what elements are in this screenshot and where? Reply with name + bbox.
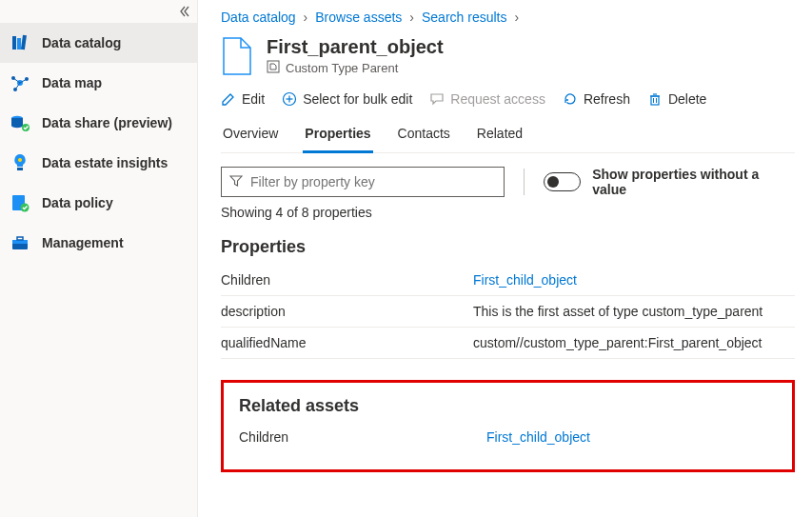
svg-rect-18 bbox=[17, 237, 23, 240]
related-value: First_child_object bbox=[486, 429, 590, 445]
breadcrumb: Data catalog › Browse assets › Search re… bbox=[221, 10, 795, 25]
show-empty-toggle[interactable] bbox=[544, 172, 582, 191]
toolbox-icon bbox=[10, 232, 30, 253]
property-key: Children bbox=[221, 272, 473, 288]
toggle-label: Show properties without a value bbox=[592, 167, 795, 197]
properties-heading: Properties bbox=[221, 237, 795, 257]
sidebar-item-label: Data policy bbox=[42, 195, 113, 210]
sidebar-item-data-map[interactable]: Data map bbox=[0, 63, 197, 103]
document-icon bbox=[221, 36, 253, 76]
sidebar-item-data-policy[interactable]: Data policy bbox=[0, 183, 197, 223]
filter-input-wrapper[interactable] bbox=[221, 167, 505, 197]
property-value: custom//custom_type_parent:First_parent_… bbox=[473, 335, 795, 350]
breadcrumb-link[interactable]: Search results bbox=[422, 10, 506, 25]
property-key: qualifiedName bbox=[221, 335, 473, 350]
chevron-right-icon: › bbox=[304, 10, 308, 25]
trash-icon bbox=[647, 91, 663, 107]
plus-circle-icon bbox=[282, 91, 297, 107]
tab-related[interactable]: Related bbox=[475, 118, 525, 152]
sidebar-item-label: Data share (preview) bbox=[42, 115, 172, 130]
svg-rect-1 bbox=[17, 38, 21, 50]
svg-rect-12 bbox=[17, 168, 23, 170]
filter-input[interactable] bbox=[250, 174, 496, 189]
sidebar-item-management[interactable]: Management bbox=[0, 223, 197, 263]
request-access-button: Request access bbox=[429, 91, 545, 107]
main-content: Data catalog › Browse assets › Search re… bbox=[198, 0, 812, 517]
chevron-right-icon: › bbox=[409, 10, 414, 25]
pencil-icon bbox=[221, 91, 236, 107]
filter-icon bbox=[229, 174, 243, 190]
tabs: Overview Properties Contacts Related bbox=[221, 118, 795, 153]
breadcrumb-link[interactable]: Data catalog bbox=[221, 10, 296, 25]
chat-icon bbox=[429, 91, 445, 107]
svg-rect-2 bbox=[21, 35, 27, 50]
property-row: Children First_child_object bbox=[221, 265, 795, 296]
chevron-right-icon: › bbox=[514, 10, 519, 25]
page-title: First_parent_object bbox=[267, 36, 444, 58]
vertical-divider bbox=[524, 169, 525, 195]
refresh-button[interactable]: Refresh bbox=[563, 91, 630, 107]
sidebar: Data catalog Data map Data share (previe… bbox=[0, 0, 198, 517]
breadcrumb-link[interactable]: Browse assets bbox=[315, 10, 402, 25]
property-key: description bbox=[221, 304, 473, 319]
sidebar-item-label: Data catalog bbox=[42, 35, 121, 50]
database-share-icon bbox=[10, 112, 30, 133]
property-link[interactable]: First_child_object bbox=[473, 272, 577, 288]
tab-contacts[interactable]: Contacts bbox=[396, 118, 452, 152]
svg-rect-19 bbox=[267, 61, 279, 72]
sidebar-collapse-button[interactable] bbox=[176, 4, 191, 22]
sidebar-item-label: Data map bbox=[42, 75, 102, 90]
related-key: Children bbox=[239, 429, 486, 445]
books-icon bbox=[10, 32, 30, 53]
sidebar-item-label: Data estate insights bbox=[42, 155, 168, 170]
svg-rect-0 bbox=[12, 36, 16, 50]
related-assets-highlight: Related assets Children First_child_obje… bbox=[221, 380, 795, 472]
asset-subtype: Custom Type Parent bbox=[286, 61, 398, 75]
delete-button[interactable]: Delete bbox=[647, 91, 706, 107]
refresh-icon bbox=[563, 91, 578, 107]
showing-count: Showing 4 of 8 properties bbox=[221, 205, 795, 220]
edit-button[interactable]: Edit bbox=[221, 91, 265, 107]
related-assets-heading: Related assets bbox=[239, 396, 777, 416]
lightbulb-icon bbox=[10, 152, 30, 173]
policy-icon bbox=[10, 192, 30, 213]
property-row: qualifiedName custom//custom_type_parent… bbox=[221, 328, 795, 359]
property-value: First_child_object bbox=[473, 272, 795, 288]
atom-icon bbox=[10, 72, 30, 93]
tab-overview[interactable]: Overview bbox=[221, 118, 280, 152]
svg-point-13 bbox=[18, 158, 22, 162]
sidebar-item-data-estate-insights[interactable]: Data estate insights bbox=[0, 143, 197, 183]
tab-properties[interactable]: Properties bbox=[303, 118, 372, 153]
sidebar-item-data-share[interactable]: Data share (preview) bbox=[0, 103, 197, 143]
property-value: This is the first asset of type custom_t… bbox=[473, 304, 795, 319]
svg-rect-23 bbox=[651, 96, 659, 105]
related-link[interactable]: First_child_object bbox=[486, 429, 590, 445]
sidebar-item-label: Management bbox=[42, 235, 124, 250]
related-row: Children First_child_object bbox=[239, 424, 777, 450]
property-row: description This is the first asset of t… bbox=[221, 296, 795, 328]
custom-type-icon bbox=[267, 60, 280, 76]
select-bulk-edit-button[interactable]: Select for bulk edit bbox=[282, 91, 412, 107]
sidebar-item-data-catalog[interactable]: Data catalog bbox=[0, 23, 197, 63]
toolbar: Edit Select for bulk edit Request access… bbox=[221, 88, 795, 118]
